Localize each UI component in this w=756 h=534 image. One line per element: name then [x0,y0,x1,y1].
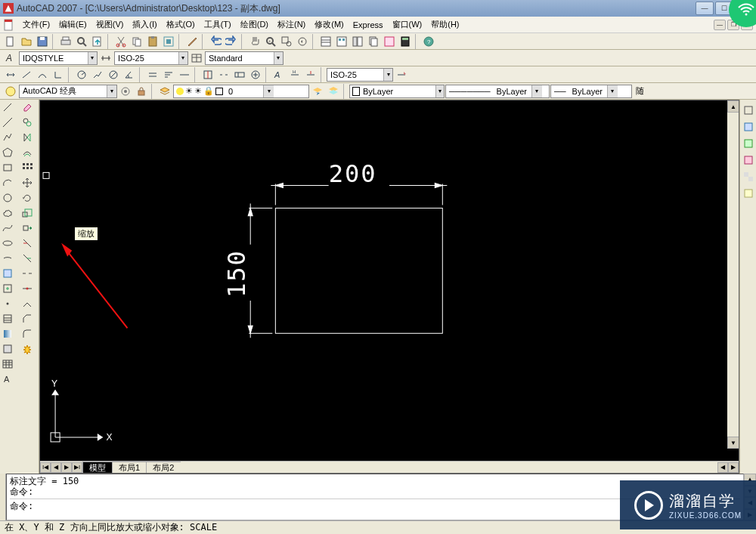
layer-prev[interactable] [310,84,325,99]
menu-help[interactable]: 帮助(H) [426,17,463,32]
lineweight-combo[interactable]: ── ▾ [550,85,632,98]
cmd-grip[interactable] [0,474,6,520]
dim-jogged[interactable] [90,67,105,82]
ws-lock[interactable] [134,84,149,99]
dim-break[interactable] [216,67,231,82]
calc-button[interactable] [398,34,413,49]
menu-modify[interactable]: 修改(M) [310,17,349,32]
pline-tool[interactable] [0,130,15,145]
right-tool-4[interactable] [741,153,756,168]
table-style-value[interactable] [206,52,274,64]
point-tool[interactable] [0,296,15,311]
fillet-tool[interactable] [20,326,35,341]
scale-tool[interactable] [20,205,35,221]
dim-combo[interactable]: ▾ [327,68,393,82]
tolerance[interactable] [232,67,247,82]
dim-text-edit[interactable]: H [287,67,302,82]
dim-quick[interactable] [145,67,160,82]
array-tool[interactable] [20,160,35,175]
dim-aligned[interactable] [19,67,34,82]
dc-button[interactable] [334,34,349,49]
center-mark[interactable] [248,67,263,82]
dim-style-icon[interactable] [98,51,113,66]
new-button[interactable] [3,34,18,49]
move-tool[interactable] [20,175,35,190]
redo-button[interactable] [224,34,239,49]
table-style-icon[interactable] [189,51,204,66]
dim-linear[interactable] [3,67,18,82]
offset-tool[interactable] [20,145,35,160]
properties-button[interactable] [318,34,333,49]
tab-model[interactable]: 模型 [82,461,113,473]
line-tool[interactable] [0,100,15,115]
rect-tool[interactable] [0,160,15,175]
preview-button[interactable] [74,34,89,49]
revcloud-tool[interactable] [0,205,15,221]
dim-style-manager[interactable] [394,67,409,82]
mtext-tool[interactable]: A [0,372,15,387]
zoom-win-button[interactable] [279,34,294,49]
lineweight-value[interactable] [569,85,607,97]
dim-arc[interactable] [35,67,50,82]
break-at-tool[interactable] [20,281,35,296]
canvas-vscroll[interactable]: ▲▼ [727,100,739,449]
menu-file[interactable]: 文件(F) [18,17,54,32]
open-button[interactable] [19,34,34,49]
block-tool[interactable] [0,266,15,281]
table-tool[interactable] [0,357,15,372]
layer-props[interactable] [157,84,172,99]
layer-value[interactable] [225,85,263,97]
brush-button[interactable] [184,34,200,49]
linetype-combo[interactable]: ─────── ▾ [445,85,550,98]
rotate-tool[interactable] [20,190,35,205]
tab-next[interactable]: ▶ [61,462,72,473]
break-tool[interactable] [20,266,35,281]
hscroll-right[interactable]: ▶ [728,462,739,473]
dim-ordinate[interactable] [51,67,66,82]
extend-tool[interactable] [20,251,35,266]
sheet-set-button[interactable] [366,34,381,49]
ellipse-arc-tool[interactable] [0,251,15,266]
workspace-combo[interactable]: ▾ [19,85,117,98]
color-value[interactable] [360,85,435,97]
gradient-tool[interactable] [0,326,15,341]
menu-express[interactable]: Express [349,19,388,31]
trim-tool[interactable] [20,236,35,251]
right-tool-3[interactable] [741,136,756,151]
right-tool-6[interactable] [741,186,756,201]
menu-window[interactable]: 窗口(W) [388,17,427,32]
dim-baseline[interactable] [161,67,176,82]
insert-tool[interactable] [0,281,15,296]
xline-tool[interactable] [0,115,15,130]
markup-button[interactable] [382,34,397,49]
dim-style-combo[interactable]: ▾ [114,51,188,65]
dim-continue[interactable] [177,67,192,82]
hatch-tool[interactable] [0,311,15,326]
zoom-prev-button[interactable] [295,34,310,49]
menu-draw[interactable]: 绘图(D) [236,17,273,32]
menu-view[interactable]: 视图(V) [91,17,129,32]
undo-button[interactable] [208,34,223,49]
menu-edit[interactable]: 编辑(E) [54,17,91,32]
tab-layout2[interactable]: 布局2 [146,461,181,473]
publish-button[interactable] [90,34,105,49]
table-style-combo[interactable]: ▾ [205,51,284,65]
text-style-combo[interactable]: ▾ [19,51,98,65]
color-combo[interactable]: ▾ [349,85,445,98]
layer-states[interactable] [326,84,341,99]
menu-insert[interactable]: 插入(I) [128,17,161,32]
save-button[interactable] [35,34,50,49]
chamfer-tool[interactable] [20,311,35,326]
mdi-minimize[interactable]: — [714,20,726,30]
canvas[interactable]: X Y 200 [40,100,739,461]
dim-angular[interactable] [122,67,137,82]
help-button[interactable]: ? [421,34,436,49]
dim-style-value[interactable] [115,52,178,64]
stretch-tool[interactable] [20,221,35,236]
ws-icon[interactable] [3,84,18,99]
menu-dimension[interactable]: 标注(N) [273,17,310,32]
polygon-tool[interactable] [0,145,15,160]
linetype-value[interactable] [494,85,531,97]
menu-format[interactable]: 格式(O) [162,17,200,32]
pan-button[interactable] [247,34,262,49]
